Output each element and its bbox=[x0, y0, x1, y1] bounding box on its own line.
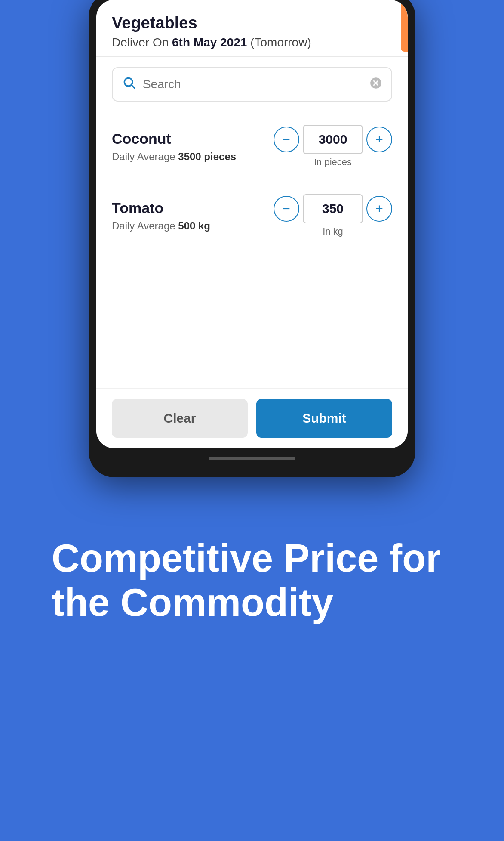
search-input[interactable] bbox=[143, 77, 363, 91]
tomato-qty-wrap: In kg bbox=[303, 194, 363, 237]
deliver-suffix: (Tomorrow) bbox=[247, 36, 311, 49]
bottom-section: Competitive Price for the Commodity bbox=[0, 477, 504, 693]
coconut-avg: Daily Average 3500 pieces bbox=[112, 151, 274, 163]
headline-text: Competitive Price for the Commodity bbox=[52, 536, 452, 625]
tomato-avg-value: 500 kg bbox=[178, 220, 210, 232]
coconut-qty-wrap: In pieces bbox=[303, 125, 363, 168]
search-bar[interactable] bbox=[112, 67, 392, 102]
category-title: Vegetables bbox=[112, 14, 392, 32]
coconut-item-info: Coconut Daily Average 3500 pieces bbox=[112, 130, 274, 163]
coconut-unit: In pieces bbox=[314, 157, 352, 168]
home-indicator bbox=[209, 457, 295, 460]
deliver-prefix: Deliver On bbox=[112, 36, 172, 49]
search-icon bbox=[122, 76, 136, 93]
tomato-avg: Daily Average 500 kg bbox=[112, 220, 274, 232]
svg-line-1 bbox=[132, 86, 135, 89]
clear-button[interactable]: Clear bbox=[112, 399, 248, 438]
tomato-controls: − In kg + bbox=[274, 194, 392, 237]
tomato-decrease-button[interactable]: − bbox=[274, 196, 299, 222]
tomato-increase-button[interactable]: + bbox=[366, 196, 392, 222]
phone-wrapper: Vegetables Deliver On 6th May 2021 (Tomo… bbox=[0, 0, 504, 477]
screen-content: Vegetables Deliver On 6th May 2021 (Tomo… bbox=[96, 0, 408, 448]
deliver-date: 6th May 2021 bbox=[172, 36, 247, 49]
deliver-text: Deliver On 6th May 2021 (Tomorrow) bbox=[112, 36, 392, 49]
coconut-controls: − In pieces + bbox=[274, 125, 392, 168]
bottom-actions: Clear Submit bbox=[96, 388, 408, 448]
coconut-quantity-input[interactable] bbox=[303, 125, 363, 154]
search-container bbox=[112, 67, 392, 102]
tomato-item-row: Tomato Daily Average 500 kg − In kg + bbox=[96, 181, 408, 250]
svg-point-0 bbox=[124, 78, 132, 86]
tomato-unit: In kg bbox=[323, 226, 343, 237]
clear-search-icon[interactable] bbox=[370, 77, 382, 92]
coconut-avg-value: 3500 pieces bbox=[178, 151, 236, 162]
tomato-item-info: Tomato Daily Average 500 kg bbox=[112, 200, 274, 232]
submit-button[interactable]: Submit bbox=[256, 399, 392, 438]
coconut-increase-button[interactable]: + bbox=[366, 127, 392, 152]
app-header: Vegetables Deliver On 6th May 2021 (Tomo… bbox=[96, 0, 408, 57]
phone-device: Vegetables Deliver On 6th May 2021 (Tomo… bbox=[89, 0, 415, 477]
empty-content-area bbox=[96, 250, 408, 388]
coconut-name: Coconut bbox=[112, 130, 274, 147]
coconut-decrease-button[interactable]: − bbox=[274, 127, 299, 152]
tomato-quantity-input[interactable] bbox=[303, 194, 363, 223]
tomato-name: Tomato bbox=[112, 200, 274, 216]
phone-screen: Vegetables Deliver On 6th May 2021 (Tomo… bbox=[96, 0, 408, 448]
coconut-item-row: Coconut Daily Average 3500 pieces − In p… bbox=[96, 112, 408, 181]
orange-accent-bar bbox=[401, 0, 408, 52]
